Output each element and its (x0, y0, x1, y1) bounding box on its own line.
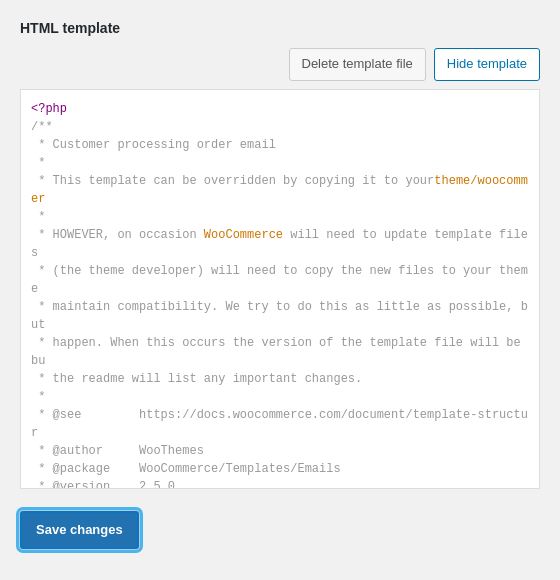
delete-template-button[interactable]: Delete template file (289, 48, 426, 81)
toolbar: Delete template file Hide template (20, 48, 540, 81)
code-editor-wrapper: <?php /** * Customer processing order em… (20, 89, 540, 489)
section-title: HTML template (20, 20, 540, 36)
code-display[interactable]: <?php /** * Customer processing order em… (21, 90, 539, 488)
bottom-bar: Save changes (20, 505, 540, 555)
save-changes-button[interactable]: Save changes (20, 511, 139, 549)
hide-template-button[interactable]: Hide template (434, 48, 540, 81)
page-container: HTML template Delete template file Hide … (20, 20, 540, 555)
